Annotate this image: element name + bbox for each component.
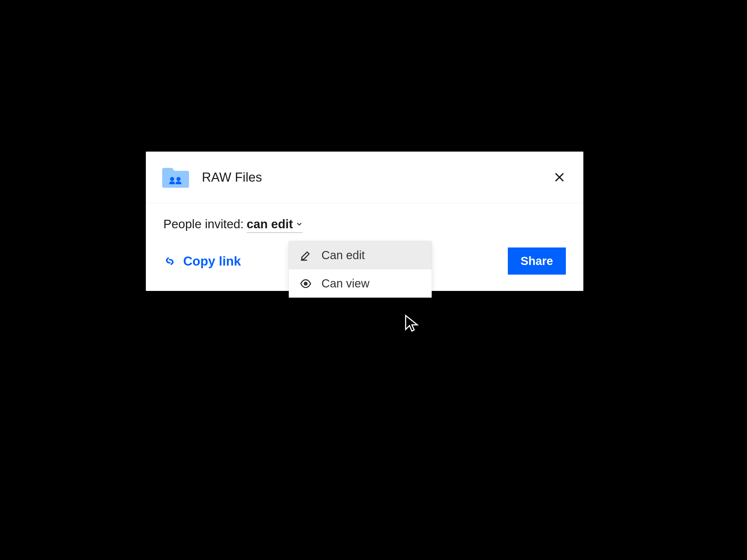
permission-dropdown-menu: Can edit Can view: [289, 241, 432, 298]
dialog-body: People invited: can edit Can edit: [146, 203, 583, 242]
share-button[interactable]: Share: [508, 247, 566, 275]
permission-option-label: Can edit: [321, 249, 365, 262]
permission-option-can-edit[interactable]: Can edit: [289, 241, 432, 269]
pencil-icon: [299, 249, 312, 262]
folder-title: RAW Files: [202, 170, 553, 185]
svg-point-1: [177, 177, 181, 181]
svg-point-0: [170, 177, 174, 181]
permission-selected-value: can edit: [247, 217, 293, 231]
svg-point-5: [304, 282, 307, 285]
invite-row: People invited: can edit: [163, 217, 566, 233]
cursor-icon: [403, 314, 421, 332]
link-icon: [163, 255, 176, 268]
share-dialog: RAW Files People invited: can edit: [146, 152, 583, 291]
permission-option-can-view[interactable]: Can view: [289, 269, 432, 298]
chevron-down-icon: [296, 221, 303, 228]
close-button[interactable]: [553, 171, 566, 184]
close-icon: [553, 171, 565, 183]
copy-link-label: Copy link: [183, 254, 241, 268]
invite-label: People invited:: [163, 217, 244, 231]
eye-icon: [299, 277, 312, 290]
dialog-header: RAW Files: [146, 152, 583, 203]
copy-link-button[interactable]: Copy link: [163, 254, 241, 268]
shared-folder-icon: [161, 166, 190, 189]
permission-dropdown-trigger[interactable]: can edit: [247, 217, 303, 233]
permission-option-label: Can view: [321, 277, 369, 290]
